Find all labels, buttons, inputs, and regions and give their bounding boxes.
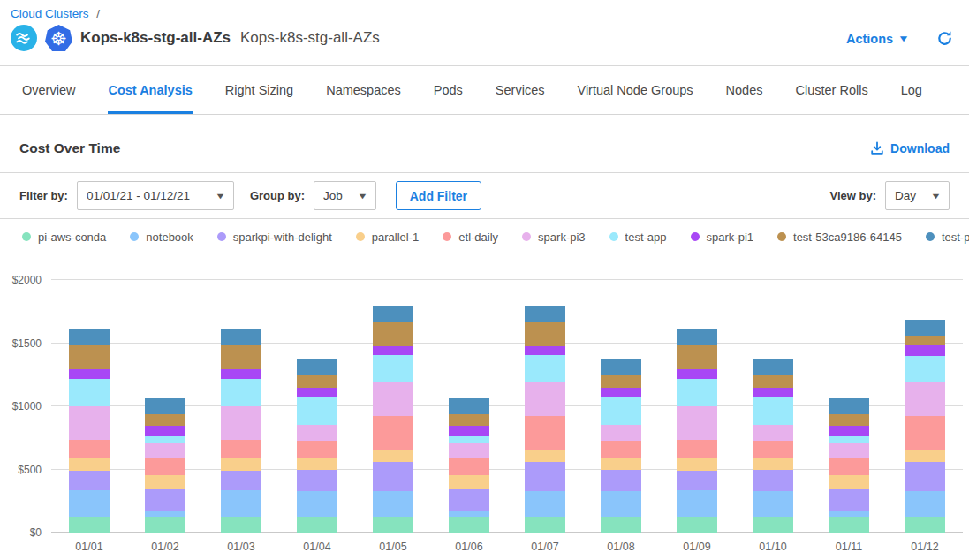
stacked-bar[interactable] <box>69 280 110 533</box>
bar-segment-parallel-1[interactable] <box>829 475 869 489</box>
bar-01/06[interactable] <box>431 280 507 533</box>
stacked-bar[interactable] <box>297 280 337 533</box>
legend-item-etl-daily[interactable]: etl-daily <box>443 231 498 244</box>
bar-segment-notebook[interactable] <box>145 511 185 517</box>
bar-segment-sparkpi-with-delight[interactable] <box>601 470 641 491</box>
legend-item-test-pkix[interactable]: test-pkix <box>926 231 969 244</box>
stacked-bar[interactable] <box>145 280 185 533</box>
bar-segment-test-app[interactable] <box>829 436 869 443</box>
bar-segment-spark-pi1[interactable] <box>221 369 261 379</box>
legend-item-spark-pi3[interactable]: spark-pi3 <box>522 231 585 244</box>
bar-segment-pi-aws-conda[interactable] <box>753 517 793 533</box>
bar-segment-test-53ca9186-64145[interactable] <box>449 414 489 426</box>
bar-segment-spark-pi3[interactable] <box>829 443 869 458</box>
bar-segment-spark-pi1[interactable] <box>753 388 793 397</box>
bar-segment-test-53ca9186-64145[interactable] <box>297 375 337 388</box>
bar-segment-notebook[interactable] <box>905 491 945 517</box>
bar-segment-test-pkix[interactable] <box>145 398 185 414</box>
bar-segment-spark-pi1[interactable] <box>525 346 565 355</box>
bar-segment-sparkpi-with-delight[interactable] <box>145 489 185 511</box>
bar-segment-pi-aws-conda[interactable] <box>69 517 110 533</box>
bar-segment-spark-pi1[interactable] <box>677 369 717 379</box>
bar-01/02[interactable] <box>127 280 203 533</box>
bar-segment-spark-pi3[interactable] <box>905 382 945 417</box>
bar-segment-notebook[interactable] <box>221 490 261 517</box>
bar-segment-sparkpi-with-delight[interactable] <box>525 462 565 491</box>
bar-segment-pi-aws-conda[interactable] <box>145 517 185 533</box>
bar-segment-parallel-1[interactable] <box>221 458 261 471</box>
bar-segment-pi-aws-conda[interactable] <box>449 517 489 533</box>
bar-segment-etl-daily[interactable] <box>905 416 945 450</box>
legend-item-test-app[interactable]: test-app <box>609 231 667 244</box>
stacked-bar[interactable] <box>525 280 565 533</box>
stacked-bar[interactable] <box>753 280 793 533</box>
tab-cluster-rolls[interactable]: Cluster Rolls <box>796 66 868 114</box>
bar-segment-etl-daily[interactable] <box>145 458 185 475</box>
bar-segment-pi-aws-conda[interactable] <box>905 517 945 533</box>
download-button[interactable]: Download <box>870 141 950 155</box>
bar-01/11[interactable] <box>811 280 887 533</box>
stacked-bar[interactable] <box>677 280 717 533</box>
tab-services[interactable]: Services <box>496 66 545 114</box>
bar-01/12[interactable] <box>887 280 963 533</box>
stacked-bar[interactable] <box>373 280 413 533</box>
bar-segment-sparkpi-with-delight[interactable] <box>373 462 413 491</box>
bar-segment-test-53ca9186-64145[interactable] <box>221 345 261 369</box>
bar-segment-etl-daily[interactable] <box>525 416 565 450</box>
bar-segment-test-app[interactable] <box>373 355 413 382</box>
bar-segment-etl-daily[interactable] <box>601 441 641 458</box>
bar-segment-test-pkix[interactable] <box>373 306 413 322</box>
bar-segment-test-pkix[interactable] <box>221 329 261 345</box>
bar-segment-test-pkix[interactable] <box>601 359 641 375</box>
bar-segment-test-app[interactable] <box>297 397 337 425</box>
legend-item-parallel-1[interactable]: parallel-1 <box>356 231 419 244</box>
bar-segment-sparkpi-with-delight[interactable] <box>677 471 717 490</box>
bar-segment-etl-daily[interactable] <box>373 416 413 450</box>
bar-segment-test-53ca9186-64145[interactable] <box>69 345 110 369</box>
date-range-select[interactable]: 01/01/21 - 01/12/21 ▼ <box>77 181 234 210</box>
bar-segment-test-pkix[interactable] <box>677 329 717 345</box>
bar-segment-sparkpi-with-delight[interactable] <box>449 489 489 511</box>
bar-segment-test-app[interactable] <box>69 379 110 406</box>
legend-item-notebook[interactable]: notebook <box>130 231 193 244</box>
bar-segment-spark-pi1[interactable] <box>373 346 413 355</box>
bar-segment-sparkpi-with-delight[interactable] <box>905 462 945 491</box>
bar-01/03[interactable] <box>203 280 279 533</box>
bar-segment-sparkpi-with-delight[interactable] <box>221 471 261 490</box>
bar-segment-spark-pi3[interactable] <box>145 443 185 458</box>
bar-segment-spark-pi3[interactable] <box>525 382 565 417</box>
bar-segment-spark-pi1[interactable] <box>829 426 869 435</box>
bar-segment-notebook[interactable] <box>449 511 489 517</box>
view-by-select[interactable]: Day ▼ <box>885 181 950 210</box>
tab-nodes[interactable]: Nodes <box>726 66 763 114</box>
bar-segment-sparkpi-with-delight[interactable] <box>297 470 337 491</box>
group-by-select[interactable]: Job ▼ <box>314 181 376 210</box>
bar-segment-etl-daily[interactable] <box>69 440 110 458</box>
bar-segment-pi-aws-conda[interactable] <box>221 517 261 533</box>
bar-segment-notebook[interactable] <box>525 491 565 517</box>
bar-01/07[interactable] <box>507 280 583 533</box>
bar-segment-parallel-1[interactable] <box>525 450 565 462</box>
bar-segment-notebook[interactable] <box>753 491 793 517</box>
bar-segment-spark-pi3[interactable] <box>449 443 489 458</box>
bar-segment-spark-pi3[interactable] <box>601 425 641 441</box>
bar-segment-test-app[interactable] <box>601 397 641 425</box>
bar-segment-spark-pi3[interactable] <box>221 406 261 440</box>
stacked-bar[interactable] <box>449 280 489 533</box>
bar-segment-test-53ca9186-64145[interactable] <box>753 375 793 388</box>
bar-segment-spark-pi1[interactable] <box>297 388 337 397</box>
stacked-bar[interactable] <box>221 280 261 533</box>
bar-segment-spark-pi1[interactable] <box>905 345 945 355</box>
bar-segment-spark-pi3[interactable] <box>753 425 793 441</box>
bar-segment-test-app[interactable] <box>145 436 185 443</box>
tab-overview[interactable]: Overview <box>22 66 75 114</box>
bar-segment-etl-daily[interactable] <box>297 441 337 458</box>
bar-01/05[interactable] <box>355 280 431 533</box>
bar-segment-test-53ca9186-64145[interactable] <box>905 336 945 345</box>
bar-01/09[interactable] <box>659 280 735 533</box>
bar-segment-sparkpi-with-delight[interactable] <box>69 471 110 490</box>
bar-segment-test-pkix[interactable] <box>905 320 945 336</box>
bar-segment-parallel-1[interactable] <box>753 458 793 471</box>
tab-cost-analysis[interactable]: Cost Analysis <box>108 66 192 114</box>
bar-segment-parallel-1[interactable] <box>297 458 337 471</box>
